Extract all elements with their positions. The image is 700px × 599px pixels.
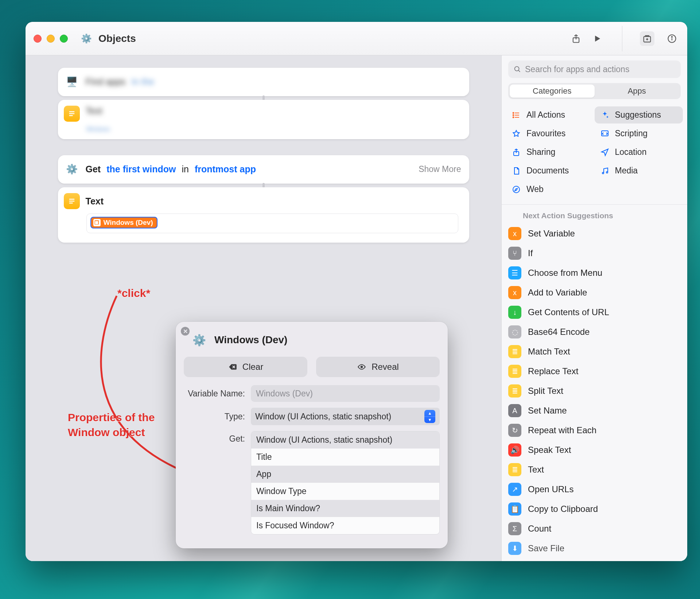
suggestion-choose-from-menu[interactable]: ☰Choose from Menu xyxy=(502,263,687,283)
suggestion-icon: ≣ xyxy=(508,365,521,378)
suggestion-icon: A xyxy=(508,404,521,417)
variable-chip-label: Windows (Dev) xyxy=(104,219,153,227)
popover-title: Windows (Dev) xyxy=(214,334,287,346)
suggestion-label: Text xyxy=(528,465,544,475)
suggestion-get-contents-of-url[interactable]: ↓Get Contents of URL xyxy=(502,302,687,322)
popover-close-button[interactable]: ✕ xyxy=(181,327,190,336)
category-label: Scripting xyxy=(615,129,648,138)
suggestions-header: Next Action Suggestions xyxy=(502,205,687,224)
suggestion-count[interactable]: ΣCount xyxy=(502,519,687,539)
share-icon xyxy=(571,34,581,44)
library-toggle-button[interactable] xyxy=(640,31,654,46)
search-placeholder: Search for apps and actions xyxy=(525,64,629,74)
svg-rect-7 xyxy=(69,199,74,200)
suggestion-if[interactable]: ⑂If xyxy=(502,243,687,263)
suggestion-split-text[interactable]: ≣Split Text xyxy=(502,381,687,401)
close-window-button[interactable] xyxy=(34,35,42,43)
category-sharing[interactable]: Sharing xyxy=(506,144,595,161)
category-suggestions[interactable]: Suggestions xyxy=(595,106,683,124)
zoom-window-button[interactable] xyxy=(60,35,68,43)
suggestion-icon: 🔊 xyxy=(508,443,521,457)
workflow-action-blurred-1[interactable]: 🖥️ Find apps In the xyxy=(58,68,469,96)
category-label: Suggestions xyxy=(615,110,661,120)
svg-point-11 xyxy=(515,67,519,71)
suggestion-label: Open URLs xyxy=(528,484,573,494)
type-stepper[interactable]: ▲ ▼ xyxy=(424,410,435,423)
category-documents[interactable]: Documents xyxy=(506,162,595,179)
category-location[interactable]: Location xyxy=(595,144,683,161)
share-button[interactable] xyxy=(569,31,583,46)
annotation-click: *click* xyxy=(117,287,150,300)
suggestion-set-name[interactable]: ASet Name xyxy=(502,401,687,420)
get-property-list: Window (UI Actions, static snapshot)Titl… xyxy=(251,431,440,535)
suggestion-text[interactable]: ≣Text xyxy=(502,460,687,479)
suggestion-label: Get Contents of URL xyxy=(528,307,609,317)
window-selector-token[interactable]: the first window xyxy=(106,164,176,175)
text-action[interactable]: Text ❐ Windows (Dev) xyxy=(58,187,469,243)
text-action-icon xyxy=(64,193,80,209)
suggestion-save-file[interactable]: ⬇Save File xyxy=(502,539,687,558)
suggestion-open-urls[interactable]: ↗Open URLs xyxy=(502,479,687,499)
suggestion-label: Choose from Menu xyxy=(528,268,602,278)
suggestion-icon: ≣ xyxy=(508,345,521,358)
action-title-blurred: Find apps xyxy=(86,77,126,87)
category-web[interactable]: Web xyxy=(506,181,595,198)
suggestion-set-variable[interactable]: xSet Variable xyxy=(502,224,687,243)
workflow-canvas[interactable]: 🖥️ Find apps In the Text Windows xyxy=(26,55,501,561)
in-label: in xyxy=(182,164,188,175)
suggestion-replace-text[interactable]: ≣Replace Text xyxy=(502,361,687,381)
app-window: ⚙️ Objects 🖥️ Fi xyxy=(26,22,687,561)
app-selector-token[interactable]: frontmost app xyxy=(195,164,256,175)
get-option[interactable]: Is Focused Window? xyxy=(251,517,439,534)
suggestion-icon: ↓ xyxy=(508,306,521,319)
get-option[interactable]: Is Main Window? xyxy=(251,500,439,517)
suggestion-base64-encode[interactable]: ◌Base64 Encode xyxy=(502,322,687,342)
action-token-blurred: In the xyxy=(131,77,154,87)
category-media[interactable]: Media xyxy=(595,162,683,179)
show-more-button[interactable]: Show More xyxy=(419,164,461,174)
suggestion-repeat-with-each[interactable]: ↻Repeat with Each xyxy=(502,420,687,440)
category-label: Location xyxy=(615,147,647,157)
suggestion-icon: x xyxy=(508,227,521,240)
suggestion-label: Add to Variable xyxy=(528,287,587,298)
suggestion-copy-to-clipboard[interactable]: 📋Copy to Clipboard xyxy=(502,499,687,519)
clear-variable-button[interactable]: Clear xyxy=(184,357,307,377)
get-option[interactable]: Window Type xyxy=(251,483,439,500)
info-button[interactable] xyxy=(665,31,679,46)
category-favourites[interactable]: Favourites xyxy=(506,125,595,142)
tab-apps[interactable]: Apps xyxy=(595,85,680,98)
library-tabs: Categories Apps xyxy=(508,83,681,99)
run-button[interactable] xyxy=(590,31,604,46)
suggestion-label: Match Text xyxy=(528,347,570,357)
type-value: Window (UI Actions, static snapshot) xyxy=(255,412,391,422)
text-action-title: Text xyxy=(86,196,104,207)
suggestion-speak-text[interactable]: 🔊Speak Text xyxy=(502,440,687,460)
reveal-variable-button[interactable]: Reveal xyxy=(316,357,440,377)
workflow-action-blurred-2[interactable]: Text Windows xyxy=(58,100,469,139)
category-label: Media xyxy=(615,166,638,176)
suggestion-match-text[interactable]: ≣Match Text xyxy=(502,342,687,361)
svg-point-10 xyxy=(361,366,363,368)
category-scripting[interactable]: Scripting xyxy=(595,125,683,142)
minimize-window-button[interactable] xyxy=(47,35,55,43)
sparkle-icon xyxy=(600,111,610,120)
suggestion-icon: ≣ xyxy=(508,463,521,476)
type-selector[interactable]: Window (UI Actions, static snapshot) ▲ ▼ xyxy=(251,408,440,425)
get-window-action[interactable]: ⚙️ Get the first window in frontmost app… xyxy=(58,155,469,184)
suggestion-add-to-variable[interactable]: xAdd to Variable xyxy=(502,283,687,302)
suggestion-label: Replace Text xyxy=(528,366,578,376)
tab-categories[interactable]: Categories xyxy=(510,85,595,98)
variable-name-field[interactable]: Windows (Dev) xyxy=(251,385,440,402)
category-all-actions[interactable]: All Actions xyxy=(506,106,595,124)
get-option[interactable]: Window (UI Actions, static snapshot) xyxy=(251,431,439,449)
category-label: All Actions xyxy=(526,110,565,120)
variable-popover: ✕ ⚙️ Windows (Dev) Clear Reveal xyxy=(176,322,448,548)
search-field[interactable]: Search for apps and actions xyxy=(508,60,681,78)
variable-chip-windows-dev[interactable]: ❐ Windows (Dev) xyxy=(90,217,158,228)
action-icon: 🖥️ xyxy=(64,74,80,90)
category-label: Favourites xyxy=(526,129,565,138)
titlebar: ⚙️ Objects xyxy=(26,22,687,55)
get-option[interactable]: Title xyxy=(251,449,439,466)
get-option[interactable]: App xyxy=(251,466,439,483)
text-field[interactable]: ❐ Windows (Dev) xyxy=(86,214,458,233)
